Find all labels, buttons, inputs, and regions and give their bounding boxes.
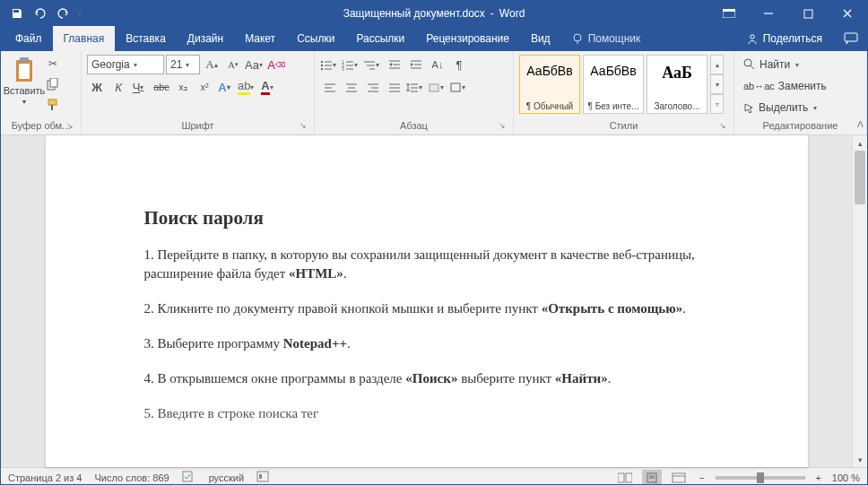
- gallery-more-icon[interactable]: ▿: [710, 94, 724, 114]
- align-right-icon[interactable]: [363, 77, 383, 97]
- svg-point-17: [321, 60, 323, 62]
- print-layout-icon[interactable]: [642, 470, 662, 486]
- bullets-icon[interactable]: ▾: [320, 55, 340, 74]
- font-name-combo[interactable]: Georgia▾: [87, 55, 164, 74]
- highlight-icon[interactable]: ab▾: [238, 77, 257, 97]
- style-heading1[interactable]: АаБ Заголово...: [647, 55, 707, 114]
- borders-icon[interactable]: ▾: [449, 77, 469, 97]
- strike-button[interactable]: abc: [152, 77, 171, 97]
- numbering-icon[interactable]: 123▾: [342, 55, 361, 74]
- maximize-icon[interactable]: [788, 1, 828, 26]
- zoom-level[interactable]: 100 %: [832, 472, 860, 483]
- search-icon: [743, 58, 756, 71]
- ribbon-tabs: Файл Главная Вставка Дизайн Макет Ссылки…: [1, 26, 867, 51]
- font-launcher-icon[interactable]: ↘: [298, 119, 308, 133]
- tab-review[interactable]: Рецензирование: [415, 26, 520, 51]
- shading-icon[interactable]: ▾: [428, 77, 447, 97]
- shrink-font-icon[interactable]: A▾: [223, 55, 243, 74]
- underline-button[interactable]: Ч▾: [130, 77, 150, 97]
- spellcheck-icon[interactable]: [182, 471, 196, 484]
- tab-references[interactable]: Ссылки: [286, 26, 345, 51]
- comments-icon[interactable]: [835, 26, 867, 51]
- macro-icon[interactable]: [256, 471, 269, 484]
- svg-rect-15: [48, 100, 56, 105]
- minimize-icon[interactable]: [749, 1, 788, 26]
- subscript-button[interactable]: x₂: [173, 77, 193, 97]
- line-spacing-icon[interactable]: ▾: [406, 77, 426, 97]
- group-editing: Найти▾ ab↔acЗаменить Выделить▾ Редактиро…: [734, 51, 867, 134]
- clipboard-launcher-icon[interactable]: ↘: [65, 119, 75, 133]
- statusbar: Страница 2 из 4 Число слов: 869 русский …: [1, 467, 867, 485]
- zoom-in-icon[interactable]: +: [812, 472, 825, 483]
- share-button[interactable]: Поделиться: [733, 26, 835, 51]
- group-paragraph: ▾ 123▾ ▾ A↓ ¶ ▾ ▾ ▾ Абзац↘: [315, 51, 514, 134]
- scrollbar-thumb[interactable]: [855, 151, 865, 204]
- undo-icon[interactable]: [30, 3, 51, 24]
- style-normal[interactable]: АаБбВв ¶ Обычный: [519, 55, 580, 114]
- italic-button[interactable]: К: [108, 77, 128, 97]
- ribbon-options-icon[interactable]: [709, 1, 749, 26]
- tab-file[interactable]: Файл: [4, 26, 53, 51]
- scroll-down-icon[interactable]: ▾: [853, 452, 867, 467]
- styles-launcher-icon[interactable]: ↘: [717, 119, 728, 133]
- redo-icon[interactable]: [53, 3, 74, 24]
- zoom-slider[interactable]: [716, 476, 805, 480]
- tab-design[interactable]: Дизайн: [177, 26, 234, 51]
- collapse-ribbon-icon[interactable]: ᐱ: [857, 119, 864, 129]
- text-effects-icon[interactable]: A▾: [216, 77, 236, 97]
- gallery-up-icon[interactable]: ▴: [710, 55, 724, 74]
- scroll-up-icon[interactable]: ▴: [853, 135, 867, 151]
- bold-button[interactable]: Ж: [87, 77, 107, 97]
- change-case-icon[interactable]: Aa▾: [245, 55, 265, 74]
- font-color-icon[interactable]: A▾: [259, 77, 279, 97]
- format-painter-icon[interactable]: [44, 96, 62, 114]
- tab-view[interactable]: Вид: [520, 26, 561, 51]
- status-language[interactable]: русский: [209, 472, 244, 483]
- group-styles: АаБбВв ¶ Обычный АаБбВв ¶ Без инте... Аа…: [514, 51, 734, 134]
- tab-insert[interactable]: Вставка: [115, 26, 177, 51]
- svg-rect-60: [618, 473, 624, 482]
- status-words[interactable]: Число слов: 869: [94, 472, 169, 483]
- clear-format-icon[interactable]: A⌫: [266, 55, 286, 74]
- group-clipboard: Вставить ▾ ✂ Буфер обм...↘: [1, 51, 82, 134]
- tab-mailings[interactable]: Рассылки: [345, 26, 415, 51]
- multilevel-icon[interactable]: ▾: [363, 55, 383, 74]
- status-page[interactable]: Страница 2 из 4: [8, 472, 82, 483]
- paste-button[interactable]: Вставить ▾: [6, 55, 42, 106]
- tab-layout[interactable]: Макет: [234, 26, 286, 51]
- read-mode-icon[interactable]: [615, 470, 635, 486]
- gallery-down-icon[interactable]: ▾: [710, 74, 724, 94]
- style-no-spacing[interactable]: АаБбВв ¶ Без инте...: [583, 55, 644, 114]
- qat-customize-icon[interactable]: ▾: [76, 3, 83, 24]
- svg-text:3: 3: [342, 66, 344, 71]
- document-area: ᐱ Поиск пароля 1. Перейдите в папку, в к…: [1, 135, 867, 467]
- vertical-scrollbar[interactable]: ▴ ▾: [852, 135, 867, 467]
- select-button[interactable]: Выделить▾: [740, 98, 830, 117]
- tell-me-input[interactable]: Помощник: [561, 26, 652, 51]
- replace-button[interactable]: ab↔acЗаменить: [740, 76, 830, 96]
- superscript-button[interactable]: x²: [195, 77, 214, 97]
- justify-icon[interactable]: [385, 77, 404, 97]
- paragraph-launcher-icon[interactable]: ↘: [497, 119, 508, 133]
- copy-icon[interactable]: [44, 75, 62, 93]
- tab-home[interactable]: Главная: [53, 26, 116, 51]
- titlebar: ▾ Защищенный документ.docx - Word: [1, 1, 867, 26]
- increase-indent-icon[interactable]: [406, 55, 426, 74]
- close-icon[interactable]: [828, 1, 867, 26]
- svg-rect-59: [259, 474, 262, 479]
- find-button[interactable]: Найти▾: [740, 55, 830, 74]
- align-center-icon[interactable]: [342, 77, 361, 97]
- document-page[interactable]: Поиск пароля 1. Перейдите в папку, в кот…: [46, 135, 808, 467]
- save-icon[interactable]: [6, 3, 28, 24]
- align-left-icon[interactable]: [320, 77, 340, 97]
- svg-point-19: [321, 64, 323, 65]
- font-size-combo[interactable]: 21▾: [166, 55, 200, 74]
- sort-icon[interactable]: A↓: [428, 55, 447, 74]
- ribbon: Вставить ▾ ✂ Буфер обм...↘ Georgia▾ 21▾ …: [1, 51, 867, 135]
- cut-icon[interactable]: ✂: [44, 55, 62, 73]
- decrease-indent-icon[interactable]: [385, 55, 404, 74]
- web-layout-icon[interactable]: [669, 470, 689, 486]
- grow-font-icon[interactable]: A▴: [202, 55, 221, 74]
- zoom-out-icon[interactable]: −: [696, 472, 708, 483]
- show-marks-icon[interactable]: ¶: [449, 55, 469, 74]
